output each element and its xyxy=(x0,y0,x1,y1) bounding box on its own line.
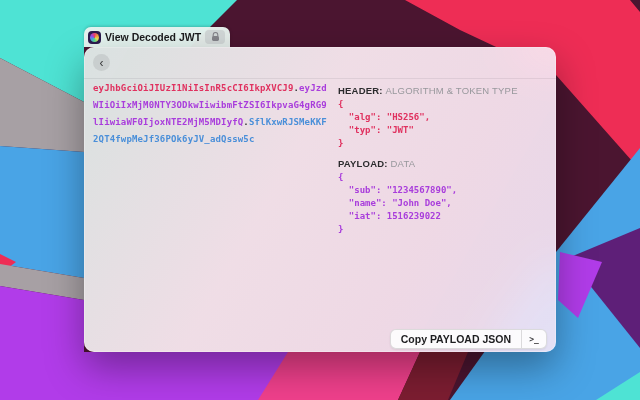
encoded-jwt-token: eyJhbGciOiJIUzI1NiIsInR5cCI6IkpXVCJ9.eyJ… xyxy=(93,80,333,148)
back-button[interactable]: ‹ xyxy=(93,54,110,71)
terminal-prompt-icon: >_ xyxy=(521,330,546,348)
header-divider xyxy=(84,78,556,79)
header-section-label: HEADER: ALGORITHM & TOKEN TYPE xyxy=(338,85,548,96)
decoded-sections: HEADER: ALGORITHM & TOKEN TYPE { "alg": … xyxy=(338,85,548,244)
copy-payload-json-button[interactable]: Copy PAYLOAD JSON >_ xyxy=(390,329,547,349)
decoded-jwt-window: ‹ eyJhbGciOiJIUzI1NiIsInR5cCI6IkpXVCJ9.e… xyxy=(84,47,556,352)
payload-section-sublabel: DATA xyxy=(390,158,415,169)
header-section-sublabel: ALGORITHM & TOKEN TYPE xyxy=(386,85,518,96)
lock-icon[interactable] xyxy=(205,30,225,44)
tab-title: View Decoded JWT xyxy=(105,31,201,43)
chevron-left-icon: ‹ xyxy=(100,55,104,71)
window-tab[interactable]: View Decoded JWT xyxy=(84,27,230,47)
payload-section-label: PAYLOAD: DATA xyxy=(338,158,548,169)
header-json: { "alg": "HS256", "typ": "JWT" } xyxy=(338,98,548,150)
copy-payload-json-label: Copy PAYLOAD JSON xyxy=(391,330,521,348)
jwt-extension-icon xyxy=(88,31,101,44)
payload-json: { "sub": "1234567890", "name": "John Doe… xyxy=(338,171,548,236)
